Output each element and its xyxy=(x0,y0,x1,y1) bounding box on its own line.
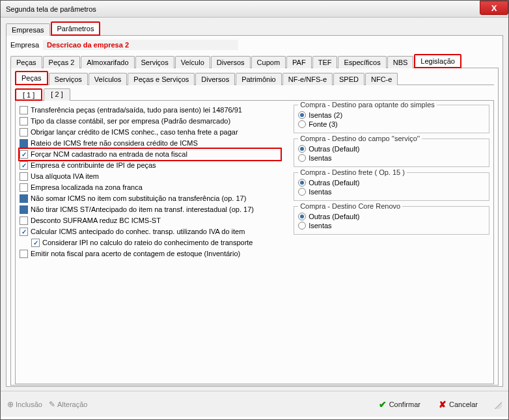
check-row-13[interactable]: Emitir nota fiscal para acerto de contag… xyxy=(20,248,281,259)
checkbox-icon[interactable] xyxy=(20,106,28,114)
sub-tab-nfc-e[interactable]: NFC-e xyxy=(365,73,398,85)
inclusao-button[interactable]: ⊕ Inclusão xyxy=(7,400,42,409)
checkbox-icon[interactable] xyxy=(20,228,28,236)
sub-tab-pe-as[interactable]: Peças xyxy=(15,71,48,85)
radio-option-2-0[interactable]: Outras (Default) xyxy=(298,178,485,187)
checkbox-icon[interactable] xyxy=(31,239,40,247)
check-row-11[interactable]: Calcular ICMS antecipado do conhec. tran… xyxy=(20,226,281,237)
radio-option-2-1[interactable]: Isentas xyxy=(298,187,485,196)
main-tab-ve-culo[interactable]: Veículo xyxy=(175,56,210,68)
check-label: Calcular ICMS antecipado do conhec. tran… xyxy=(31,227,245,237)
radio-icon[interactable] xyxy=(298,120,306,128)
check-row-6[interactable]: Usa alíquota IVA item xyxy=(20,171,281,182)
checkbox-icon[interactable] xyxy=(20,117,28,125)
alteracao-label: Alteração xyxy=(57,400,87,408)
group-3: Compra - Destino Core RenovoOutras (Defa… xyxy=(294,206,489,235)
main-tab-diversos[interactable]: Diversos xyxy=(211,56,251,68)
group-0: Compra - Destino para optante do simples… xyxy=(294,105,489,133)
check-row-12[interactable]: Considerar IPI no calculo do rateio do c… xyxy=(20,237,281,248)
checkbox-icon[interactable] xyxy=(20,161,28,170)
checkbox-icon[interactable] xyxy=(20,205,28,214)
radio-label: Outras (Default) xyxy=(309,145,359,153)
sub-tab-sped[interactable]: SPED xyxy=(333,73,365,85)
radio-icon[interactable] xyxy=(298,188,306,196)
checkbox-icon[interactable] xyxy=(20,150,28,159)
num-tabs: [ 1 ][ 2 ] xyxy=(15,88,494,101)
group-1: Compra - Destino do campo ''serviço''Out… xyxy=(294,138,489,167)
checkbox-icon[interactable] xyxy=(20,128,28,137)
group-legend: Compra - Destino do campo ''serviço'' xyxy=(298,135,422,142)
sub-tab-pe-as-e-servi-os[interactable]: Peças e Serviços xyxy=(128,73,195,85)
sub-tab-nf-e-nfs-e[interactable]: NF-e/NFS-e xyxy=(282,73,333,85)
radio-option-3-1[interactable]: Isentas xyxy=(298,221,485,230)
check-label: Forçar NCM cadastrado na entrada de nota… xyxy=(31,150,187,159)
radio-icon[interactable] xyxy=(298,111,306,119)
sub-tab-ve-culos[interactable]: Veículos xyxy=(89,73,128,85)
radio-icon[interactable] xyxy=(298,154,306,162)
checkbox-icon[interactable] xyxy=(20,172,28,181)
check-row-7[interactable]: Empresa localizada na zona franca xyxy=(20,182,281,193)
radio-icon[interactable] xyxy=(298,222,306,230)
check-row-9[interactable]: Não tirar ICMS ST/Antecipado do item na … xyxy=(20,204,281,215)
radio-option-0-1[interactable]: Fonte (3) xyxy=(298,120,485,129)
confirmar-button[interactable]: ✔ Confirmar xyxy=(372,396,428,413)
main-tab-servi-os[interactable]: Serviços xyxy=(135,56,174,68)
confirmar-label: Confirmar xyxy=(389,400,420,408)
radio-option-1-1[interactable]: Isentas xyxy=(298,153,485,163)
main-tab-espec-ficos[interactable]: Específicos xyxy=(338,56,386,68)
radio-label: Isentas xyxy=(309,222,331,230)
check-row-4[interactable]: Forçar NCM cadastrado na entrada de nota… xyxy=(20,149,281,160)
cancelar-button[interactable]: ✘ Cancelar xyxy=(432,396,485,413)
radio-label: Isentas (2) xyxy=(309,111,342,119)
checkbox-icon[interactable] xyxy=(20,139,28,148)
group-legend: Compra - Destino frete ( Op. 15 ) xyxy=(298,168,407,176)
footer-left: ⊕ Inclusão ✎ Alteração xyxy=(7,400,87,409)
main-tab-pe-as[interactable]: Peças xyxy=(10,56,42,68)
window-body: Empresas Parâmetros Empresa Descricao da… xyxy=(1,18,508,391)
main-tab-paf[interactable]: PAF xyxy=(286,56,312,68)
sub-tab-patrim-nio[interactable]: Patrimônio xyxy=(236,73,282,85)
sub-tab-servi-os[interactable]: Serviços xyxy=(49,73,88,85)
check-row-2[interactable]: Obrigar lançar crédito de ICMS conhec., … xyxy=(20,127,281,138)
check-row-10[interactable]: Desconto SUFRAMA reduz BC ICMS-ST xyxy=(20,215,281,226)
resize-grip[interactable] xyxy=(493,400,502,409)
alteracao-button[interactable]: ✎ Alteração xyxy=(49,400,87,409)
checkbox-icon[interactable] xyxy=(20,217,28,225)
radio-label: Fonte (3) xyxy=(309,120,338,128)
radio-icon[interactable] xyxy=(298,145,306,153)
main-tab-pe-as-2[interactable]: Peças 2 xyxy=(43,56,81,68)
main-tab-almoxarifado[interactable]: Almoxarifado xyxy=(81,56,134,68)
titlebar: Segunda tela de parâmetros X xyxy=(1,1,508,18)
checkbox-icon[interactable] xyxy=(20,250,28,258)
radio-icon[interactable] xyxy=(298,179,306,187)
tab-empresas[interactable]: Empresas xyxy=(6,23,50,36)
radio-option-3-0[interactable]: Outras (Default) xyxy=(298,212,485,221)
tab-parametros[interactable]: Parâmetros xyxy=(51,21,101,36)
radio-option-0-0[interactable]: Isentas (2) xyxy=(298,111,485,120)
pecas-num1-content: Transferência peças (entrada/saída, tudo… xyxy=(15,101,494,384)
check-label: Empresa localizada na zona franca xyxy=(31,183,143,192)
check-row-8[interactable]: Não somar ICMS no item com substituição … xyxy=(20,193,281,204)
checkbox-icon[interactable] xyxy=(20,183,28,192)
footer: ⊕ Inclusão ✎ Alteração ✔ Confirmar ✘ Can… xyxy=(1,391,508,417)
check-icon: ✔ xyxy=(379,399,387,410)
check-row-5[interactable]: Empresa é contribuinte de IPI de peças xyxy=(20,160,281,171)
check-row-1[interactable]: Tipo da classe contábil, ser por empresa… xyxy=(20,116,281,127)
num-tab-1[interactable]: [ 1 ] xyxy=(15,88,42,101)
radio-label: Outras (Default) xyxy=(309,179,359,187)
main-tab-tef[interactable]: TEF xyxy=(312,56,338,68)
main-tab-nbs[interactable]: NBS xyxy=(387,56,414,68)
radio-icon[interactable] xyxy=(298,213,306,220)
check-label: Usa alíquota IVA item xyxy=(31,172,99,181)
check-row-3[interactable]: Rateio de ICMS frete não considera crédi… xyxy=(20,138,281,149)
check-label: Transferência peças (entrada/saída, tudo… xyxy=(31,105,242,115)
close-button[interactable]: X xyxy=(480,1,508,15)
main-tab-legisla-o[interactable]: Legislação xyxy=(414,54,461,68)
num-tab-2[interactable]: [ 2 ] xyxy=(44,88,70,101)
main-tab-cupom[interactable]: Cupom xyxy=(251,56,286,68)
check-row-0[interactable]: Transferência peças (entrada/saída, tudo… xyxy=(20,105,281,116)
group-2: Compra - Destino frete ( Op. 15 )Outras … xyxy=(294,172,489,201)
sub-tab-diversos[interactable]: Diversos xyxy=(195,73,235,85)
checkbox-icon[interactable] xyxy=(20,194,28,203)
radio-option-1-0[interactable]: Outras (Default) xyxy=(298,144,485,153)
